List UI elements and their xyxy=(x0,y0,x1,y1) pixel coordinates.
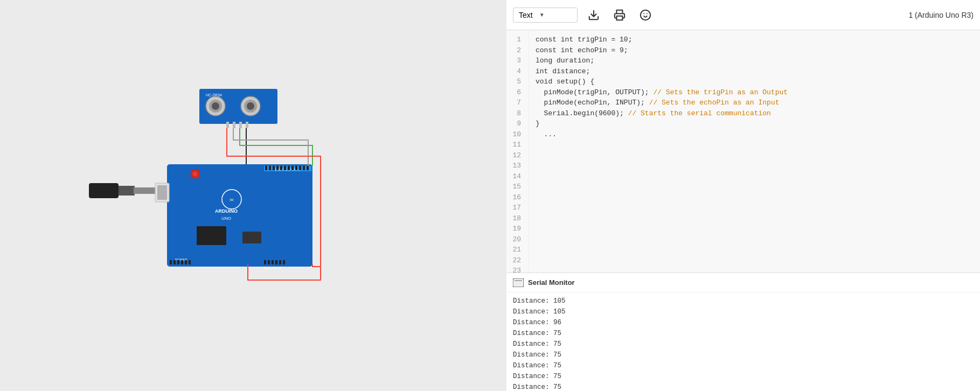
svg-rect-47 xyxy=(185,260,187,264)
right-panel: Text ▼ 1 (Arduino Uno R3) xyxy=(506,0,980,391)
svg-rect-13 xyxy=(233,122,235,128)
svg-text:UNO: UNO xyxy=(221,216,231,221)
svg-point-11 xyxy=(247,102,254,110)
svg-text:∞: ∞ xyxy=(230,197,233,203)
svg-rect-54 xyxy=(242,232,261,243)
print-button[interactable] xyxy=(610,5,629,25)
svg-rect-48 xyxy=(189,260,191,264)
svg-rect-59 xyxy=(515,280,522,281)
svg-rect-32 xyxy=(299,166,301,170)
code-content: const int trigPin = 10;const int echoPin… xyxy=(529,30,980,273)
svg-rect-27 xyxy=(280,166,282,170)
svg-rect-24 xyxy=(269,166,271,170)
device-label: 1 (Arduino Uno R3) xyxy=(908,11,974,19)
svg-text:ARDUINO: ARDUINO xyxy=(215,208,238,214)
svg-rect-53 xyxy=(197,226,226,245)
svg-point-8 xyxy=(212,102,219,110)
svg-rect-44 xyxy=(173,260,176,264)
svg-rect-1 xyxy=(89,183,119,198)
serial-monitor-content: Distance: 105Distance: 105Distance: 96Di… xyxy=(506,292,980,391)
svg-rect-38 xyxy=(268,260,270,264)
serial-monitor-title: Serial Monitor xyxy=(528,278,575,287)
mode-selector[interactable]: Text ▼ xyxy=(513,8,578,23)
svg-rect-31 xyxy=(295,166,297,170)
download-button[interactable] xyxy=(584,5,603,25)
svg-rect-39 xyxy=(272,260,274,264)
svg-rect-12 xyxy=(226,122,229,128)
svg-rect-30 xyxy=(291,166,294,170)
code-area: 1234567891011121314151617181920212223 co… xyxy=(506,30,980,273)
mode-label: Text xyxy=(519,11,533,19)
svg-rect-46 xyxy=(181,260,183,264)
svg-text:ANALOG IN: ANALOG IN xyxy=(264,267,282,270)
svg-rect-14 xyxy=(239,122,242,128)
svg-point-50 xyxy=(192,171,198,177)
serial-monitor: Serial Monitor Distance: 105Distance: 10… xyxy=(506,273,980,391)
svg-rect-28 xyxy=(284,166,286,170)
serial-monitor-icon xyxy=(513,278,524,287)
circuit-diagram: HC-SR04 ARDUINO UNO ∞ DIGITAL (PWM~) xyxy=(0,0,506,391)
svg-rect-2 xyxy=(119,186,135,195)
svg-rect-3 xyxy=(134,187,155,194)
svg-rect-45 xyxy=(177,260,179,264)
svg-rect-26 xyxy=(276,166,279,170)
svg-rect-41 xyxy=(279,260,281,264)
code-editor[interactable]: 1234567891011121314151617181920212223 co… xyxy=(506,30,980,273)
svg-rect-25 xyxy=(273,166,275,170)
svg-rect-33 xyxy=(303,166,305,170)
svg-rect-29 xyxy=(288,166,290,170)
line-numbers: 1234567891011121314151617181920212223 xyxy=(506,30,529,273)
svg-rect-15 xyxy=(246,122,248,128)
svg-rect-56 xyxy=(617,16,623,19)
toolbar: Text ▼ 1 (Arduino Uno R3) xyxy=(506,0,980,30)
chevron-down-icon: ▼ xyxy=(539,12,545,18)
svg-rect-52 xyxy=(157,185,167,200)
svg-rect-40 xyxy=(275,260,277,264)
svg-rect-34 xyxy=(307,166,309,170)
circuit-panel: Ultrasonic Distance Sensor Name HC-SR04 xyxy=(0,0,506,391)
svg-rect-37 xyxy=(264,260,266,264)
svg-rect-42 xyxy=(283,260,285,264)
svg-rect-23 xyxy=(265,166,267,170)
serial-monitor-header: Serial Monitor xyxy=(506,273,980,292)
svg-rect-43 xyxy=(170,260,172,264)
debug-button[interactable] xyxy=(636,5,655,25)
svg-rect-16 xyxy=(167,164,312,267)
